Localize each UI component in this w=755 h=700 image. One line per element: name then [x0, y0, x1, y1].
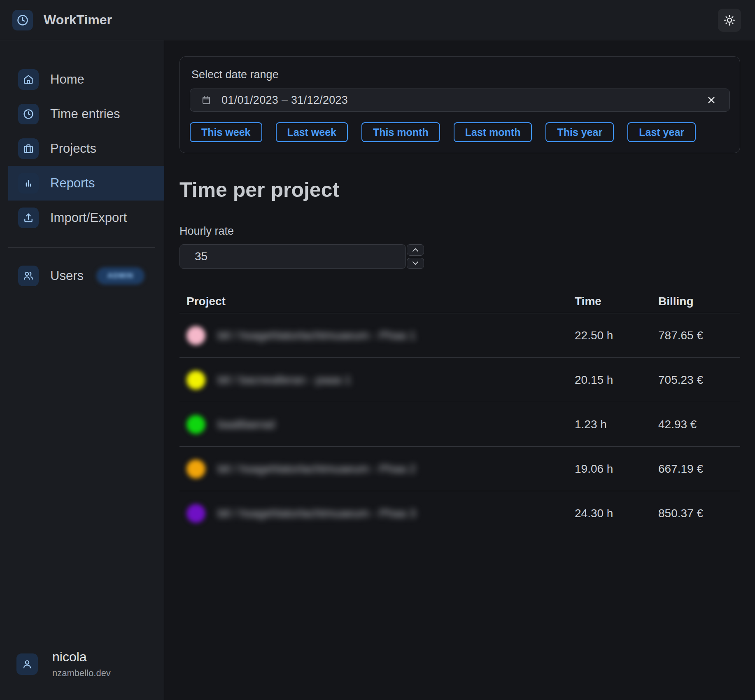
this-year-button[interactable]: This year	[545, 122, 614, 142]
hourly-rate-control	[179, 244, 424, 269]
sidebar-item-label: Import/Export	[50, 210, 127, 225]
theme-toggle-button[interactable]	[718, 9, 741, 32]
project-name-redacted: btl / hsagehlatorlachtmuaeum - Phaa 2	[218, 462, 416, 476]
column-header-project: Project	[186, 295, 575, 308]
calendar-icon	[201, 95, 212, 105]
time-per-project-table: Project Time Billing btl / hsagehlatorla…	[179, 289, 740, 536]
this-week-button[interactable]: This week	[190, 122, 262, 142]
time-cell: 24.30 h	[575, 507, 658, 520]
sidebar-item-label: Users	[50, 268, 84, 283]
billing-cell: 850.37 €	[658, 507, 740, 520]
hourly-rate-stepper	[407, 244, 424, 269]
last-month-button[interactable]: Last month	[454, 122, 532, 142]
project-color-dot	[186, 371, 205, 390]
sidebar-item-time-entries[interactable]: Time entries	[8, 97, 164, 131]
page-title: Time per project	[179, 178, 740, 202]
time-cell: 19.06 h	[575, 462, 658, 476]
sidebar-user-info[interactable]: nicola nzambello.dev	[0, 649, 164, 700]
hourly-rate-label: Hourly rate	[179, 225, 740, 238]
billing-cell: 787.65 €	[658, 329, 740, 342]
column-header-billing: Billing	[658, 295, 740, 308]
person-icon	[16, 653, 38, 675]
table-row: btl / hsagehlatorlachtmuaeum - Phaa 3 24…	[179, 491, 740, 536]
stepper-up-button[interactable]	[407, 244, 424, 256]
users-icon	[18, 266, 39, 286]
project-color-dot	[186, 504, 205, 523]
sidebar-item-label: Reports	[50, 176, 95, 191]
time-cell: 1.23 h	[575, 418, 658, 431]
stepper-down-button[interactable]	[407, 258, 424, 269]
sidebar-item-label: Time entries	[50, 107, 120, 121]
sidebar-item-users[interactable]: Users ADMIN	[8, 259, 164, 293]
this-month-button[interactable]: This month	[361, 122, 440, 142]
last-year-button[interactable]: Last year	[627, 122, 696, 142]
close-icon	[706, 94, 717, 106]
clock-icon	[18, 104, 39, 124]
chevron-down-icon	[411, 260, 419, 266]
app-header: WorkTimer	[0, 0, 755, 40]
home-icon	[18, 69, 39, 90]
sidebar-item-label: Projects	[50, 141, 96, 156]
billing-cell: 42.93 €	[658, 418, 740, 431]
sun-icon	[723, 14, 736, 26]
table-row: baaltlaerad 1.23 h 42.93 €	[179, 402, 740, 447]
sidebar-item-label: Home	[50, 72, 84, 87]
upload-icon	[18, 208, 39, 228]
date-range-input[interactable]: 01/01/2023 – 31/12/2023	[190, 89, 730, 112]
time-cell: 20.15 h	[575, 373, 658, 387]
quick-range-buttons: This week Last week This month Last mont…	[190, 122, 730, 142]
date-range-value: 01/01/2023 – 31/12/2023	[221, 94, 348, 107]
worktimer-app: WorkTimer	[0, 0, 755, 700]
sidebar-item-projects[interactable]: Projects	[8, 131, 164, 166]
hourly-rate-input[interactable]	[179, 244, 406, 269]
last-week-button[interactable]: Last week	[276, 122, 348, 142]
table-header: Project Time Billing	[179, 289, 740, 313]
main-content: Select date range 01/01/2023 – 31/12/202…	[164, 40, 755, 700]
table-row: btl / hsagehlatorlachtmuaeum - Phaa 2 19…	[179, 447, 740, 491]
project-color-dot	[186, 415, 205, 434]
time-cell: 22.50 h	[575, 329, 658, 342]
project-color-dot	[186, 460, 205, 478]
project-name-redacted: btl / hsagehlatorlachtmuaeum - Phaa 1	[218, 329, 416, 342]
app-logo-clock-icon	[12, 10, 33, 30]
sidebar-item-reports[interactable]: Reports	[8, 166, 164, 201]
user-domain: nzambello.dev	[52, 668, 111, 679]
briefcase-icon	[18, 138, 39, 159]
project-name-redacted: btl / bacnealleran - paaa 1	[218, 373, 351, 387]
bar-chart-icon	[18, 173, 39, 194]
sidebar: Home Time entries Proj	[0, 40, 164, 700]
project-color-dot	[186, 326, 205, 345]
sidebar-item-home[interactable]: Home	[8, 62, 164, 97]
clear-date-range-button[interactable]	[704, 93, 719, 107]
chevron-up-icon	[411, 247, 419, 253]
user-name: nicola	[52, 649, 111, 665]
project-name-redacted: btl / hsagehlatorlachtmuaeum - Phaa 3	[218, 507, 416, 520]
app-title: WorkTimer	[44, 12, 112, 28]
billing-cell: 667.19 €	[658, 462, 740, 476]
admin-badge: ADMIN	[96, 267, 144, 285]
billing-cell: 705.23 €	[658, 373, 740, 387]
table-row: btl / bacnealleran - paaa 1 20.15 h 705.…	[179, 358, 740, 402]
sidebar-divider	[8, 247, 155, 248]
date-range-card: Select date range 01/01/2023 – 31/12/202…	[179, 56, 740, 153]
date-range-label: Select date range	[191, 68, 730, 81]
column-header-time: Time	[575, 295, 658, 308]
sidebar-item-import-export[interactable]: Import/Export	[8, 201, 164, 235]
project-name-redacted: baaltlaerad	[218, 418, 275, 431]
table-row: btl / hsagehlatorlachtmuaeum - Phaa 1 22…	[179, 313, 740, 358]
